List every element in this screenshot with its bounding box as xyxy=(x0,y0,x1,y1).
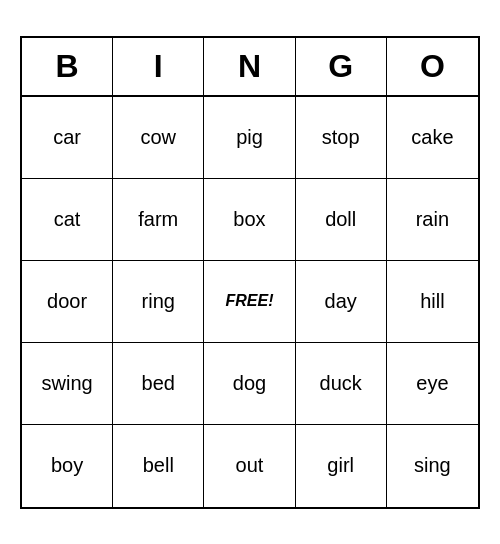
bingo-grid: carcowpigstopcakecatfarmboxdollraindoorr… xyxy=(22,97,478,507)
header-letter: I xyxy=(113,38,204,95)
bingo-cell[interactable]: dog xyxy=(204,343,295,425)
bingo-cell[interactable]: hill xyxy=(387,261,478,343)
header-letter: O xyxy=(387,38,478,95)
bingo-cell[interactable]: rain xyxy=(387,179,478,261)
bingo-cell[interactable]: doll xyxy=(296,179,387,261)
bingo-cell[interactable]: farm xyxy=(113,179,204,261)
header-letter: G xyxy=(296,38,387,95)
bingo-cell[interactable]: out xyxy=(204,425,295,507)
bingo-cell[interactable]: cow xyxy=(113,97,204,179)
bingo-header: BINGO xyxy=(22,38,478,97)
bingo-cell[interactable]: sing xyxy=(387,425,478,507)
header-letter: B xyxy=(22,38,113,95)
bingo-cell[interactable]: duck xyxy=(296,343,387,425)
bingo-cell[interactable]: car xyxy=(22,97,113,179)
free-space[interactable]: FREE! xyxy=(204,261,295,343)
bingo-cell[interactable]: day xyxy=(296,261,387,343)
bingo-cell[interactable]: stop xyxy=(296,97,387,179)
bingo-cell[interactable]: eye xyxy=(387,343,478,425)
bingo-cell[interactable]: boy xyxy=(22,425,113,507)
bingo-cell[interactable]: swing xyxy=(22,343,113,425)
bingo-cell[interactable]: bed xyxy=(113,343,204,425)
bingo-cell[interactable]: cat xyxy=(22,179,113,261)
bingo-cell[interactable]: box xyxy=(204,179,295,261)
bingo-cell[interactable]: ring xyxy=(113,261,204,343)
bingo-cell[interactable]: bell xyxy=(113,425,204,507)
bingo-cell[interactable]: girl xyxy=(296,425,387,507)
bingo-cell[interactable]: pig xyxy=(204,97,295,179)
bingo-card: BINGO carcowpigstopcakecatfarmboxdollrai… xyxy=(20,36,480,509)
bingo-cell[interactable]: door xyxy=(22,261,113,343)
bingo-cell[interactable]: cake xyxy=(387,97,478,179)
header-letter: N xyxy=(204,38,295,95)
